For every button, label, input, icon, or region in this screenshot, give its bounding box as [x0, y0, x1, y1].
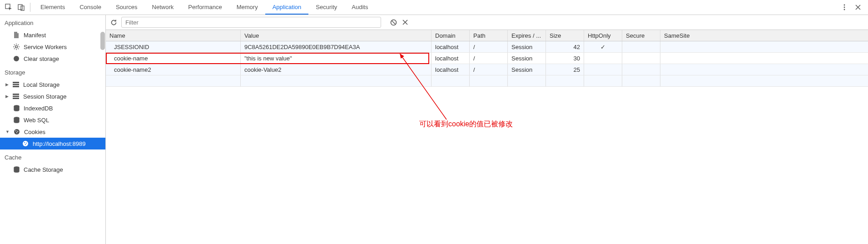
sidebar-item-websql[interactable]: Web SQL — [0, 114, 105, 126]
clear-icon — [13, 55, 20, 62]
table-row[interactable]: JSESSIONID 9C8A5261DE2DA59890E0EB9B7D94E… — [106, 41, 868, 53]
sidebar-item-label: http://localhost:8989 — [33, 140, 85, 147]
cell-path: / — [470, 64, 508, 75]
cell-value: cookie-Value2 — [241, 64, 432, 75]
svg-point-16 — [14, 129, 20, 134]
storage-icon — [12, 81, 20, 88]
col-value[interactable]: Value — [241, 30, 432, 41]
tabs-container: Elements Console Sources Network Perform… — [33, 0, 375, 15]
block-icon[interactable] — [389, 18, 397, 26]
svg-point-23 — [25, 144, 26, 145]
col-path[interactable]: Path — [470, 30, 508, 41]
tab-elements[interactable]: Elements — [33, 0, 72, 15]
col-size[interactable]: Size — [546, 30, 584, 41]
sidebar-item-cookies[interactable]: ▼ Cookies — [0, 126, 105, 138]
col-domain[interactable]: Domain — [432, 30, 470, 41]
sidebar-item-clear-storage[interactable]: Clear storage — [0, 53, 105, 65]
sidebar-item-label: Manifest — [24, 32, 46, 39]
col-name[interactable]: Name — [106, 30, 241, 41]
db-icon — [13, 105, 20, 112]
chevron-right-icon: ▶ — [5, 82, 9, 87]
device-toggle-icon[interactable] — [17, 3, 25, 11]
table-header: Name Value Domain Path Expires / ... Siz… — [106, 30, 868, 41]
svg-rect-12 — [13, 96, 19, 97]
inspect-icon[interactable] — [5, 3, 13, 11]
svg-point-20 — [23, 141, 28, 146]
section-title-cache: Cache — [0, 149, 105, 164]
sidebar-item-label: Clear storage — [24, 55, 59, 62]
sidebar-item-cookie-origin[interactable]: http://localhost:8989 — [0, 138, 105, 149]
tab-sources[interactable]: Sources — [109, 0, 145, 15]
cell-path: / — [470, 41, 508, 52]
cell-name: cookie-name2 — [106, 64, 241, 75]
cell-httponly — [584, 64, 622, 75]
kebab-menu-icon[interactable] — [841, 4, 848, 11]
sidebar-item-manifest[interactable]: Manifest — [0, 29, 105, 41]
tab-performance[interactable]: Performance — [181, 0, 229, 15]
svg-point-21 — [24, 142, 25, 143]
col-expires[interactable]: Expires / ... — [508, 30, 546, 41]
storage-icon — [12, 93, 20, 100]
tab-console[interactable]: Console — [72, 0, 109, 15]
sidebar-item-label: Cache Storage — [24, 166, 63, 173]
cell-expires: Session — [508, 53, 546, 64]
table-row[interactable]: cookie-name2 cookie-Value2 localhost / S… — [106, 64, 868, 75]
sidebar: Application Manifest Service Workers Cle… — [0, 15, 106, 244]
delete-icon[interactable] — [401, 18, 409, 26]
cell-size: 25 — [546, 64, 584, 75]
svg-rect-10 — [13, 86, 19, 87]
cell-name: JSESSIONID — [106, 41, 241, 52]
filter-input[interactable] — [121, 17, 381, 28]
cell-secure — [622, 53, 660, 64]
table-row-empty — [106, 75, 868, 87]
sidebar-item-label: Web SQL — [24, 117, 49, 124]
svg-point-7 — [14, 56, 19, 61]
close-icon[interactable] — [854, 4, 862, 11]
tabbar-trailing — [841, 4, 865, 11]
table-row[interactable]: cookie-name "this is new value" localhos… — [106, 53, 868, 64]
cell-size: 30 — [546, 53, 584, 64]
tab-audits[interactable]: Audits — [344, 0, 375, 15]
svg-rect-11 — [13, 94, 19, 95]
refresh-icon[interactable] — [109, 18, 118, 26]
tabbar-leading — [3, 3, 27, 11]
cell-domain: localhost — [432, 64, 470, 75]
sidebar-item-label: Service Workers — [24, 44, 67, 50]
cookie-icon — [13, 128, 20, 135]
content: Name Value Domain Path Expires / ... Siz… — [106, 15, 868, 244]
sidebar-item-local-storage[interactable]: ▶ Local Storage — [0, 79, 105, 90]
sidebar-item-service-workers[interactable]: Service Workers — [0, 41, 105, 53]
col-samesite[interactable]: SameSite — [660, 30, 868, 41]
tab-network[interactable]: Network — [145, 0, 181, 15]
cookie-icon — [22, 140, 29, 147]
sidebar-item-session-storage[interactable]: ▶ Session Storage — [0, 90, 105, 102]
section-title-application: Application — [0, 15, 105, 29]
cell-httponly: ✓ — [584, 41, 622, 52]
col-secure[interactable]: Secure — [622, 30, 660, 41]
cell-expires: Session — [508, 41, 546, 52]
cell-samesite — [660, 53, 868, 64]
tab-memory[interactable]: Memory — [229, 0, 265, 15]
cell-samesite — [660, 64, 868, 75]
svg-point-5 — [844, 9, 845, 10]
cell-path: / — [470, 53, 508, 64]
cell-size: 42 — [546, 41, 584, 52]
svg-rect-8 — [13, 82, 19, 83]
cell-samesite — [660, 41, 868, 52]
sidebar-item-label: Session Storage — [23, 93, 66, 100]
tab-application[interactable]: Application — [265, 0, 309, 15]
svg-point-22 — [26, 143, 27, 144]
sidebar-item-label: Cookies — [24, 129, 45, 135]
separator — [30, 3, 30, 12]
sidebar-item-cache-storage[interactable]: Cache Storage — [0, 164, 105, 175]
col-httponly[interactable]: HttpOnly — [584, 30, 622, 41]
svg-point-18 — [17, 131, 18, 132]
cookies-table: Name Value Domain Path Expires / ... Siz… — [106, 30, 868, 87]
tab-security[interactable]: Security — [308, 0, 344, 15]
sidebar-item-indexeddb[interactable]: IndexedDB — [0, 102, 105, 114]
svg-rect-9 — [13, 84, 19, 85]
svg-rect-13 — [13, 98, 19, 99]
main: Application Manifest Service Workers Cle… — [0, 15, 868, 244]
scrollbar-thumb[interactable] — [100, 32, 105, 50]
svg-point-6 — [15, 46, 18, 48]
